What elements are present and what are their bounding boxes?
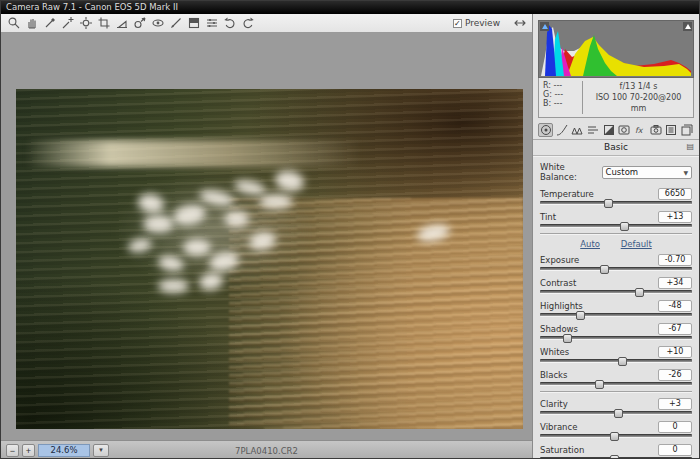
highlight-clipping-indicator[interactable] [683, 22, 692, 31]
tint-slider-thumb[interactable] [620, 222, 629, 231]
tint-label: Tint [540, 212, 556, 222]
blacks-slider-thumb[interactable] [595, 380, 604, 389]
highlights-slider-thumb[interactable] [576, 311, 585, 320]
straighten-tool-icon[interactable] [113, 16, 130, 31]
preview-toggle[interactable]: ✓ Preview [453, 18, 500, 28]
exposure-slider-thumb[interactable] [600, 265, 609, 274]
basic-controls: White Balance: Custom ▼ Temperature6650 … [533, 156, 699, 459]
tab-tone-curve[interactable] [554, 123, 569, 137]
svg-text:fx: fx [635, 126, 644, 135]
tab-lens-corrections[interactable] [616, 123, 631, 137]
hand-tool-icon[interactable] [23, 16, 40, 31]
zoom-out-button[interactable]: − [6, 444, 19, 457]
slider-temperature: Temperature6650 [540, 187, 692, 205]
tab-basic[interactable] [538, 123, 553, 137]
white-balance-value: Custom [606, 167, 639, 177]
blacks-slider[interactable] [540, 382, 692, 386]
tab-detail[interactable] [569, 123, 584, 137]
highlights-value[interactable]: -48 [658, 300, 692, 312]
temperature-slider[interactable] [540, 201, 692, 205]
zoom-in-button[interactable]: + [22, 444, 35, 457]
white-balance-label: White Balance: [540, 162, 602, 182]
shadows-slider-thumb[interactable] [563, 334, 572, 343]
tab-effects[interactable]: fx [632, 123, 647, 137]
slider-vibrance: Vibrance0 [540, 420, 692, 438]
temperature-label: Temperature [540, 189, 594, 199]
targeted-adjustment-tool-icon[interactable] [77, 16, 94, 31]
whites-value[interactable]: +10 [658, 346, 692, 358]
contrast-value[interactable]: +34 [658, 277, 692, 289]
camera-raw-window: Camera Raw 7.1 - Canon EOS 5D Mark II [0, 0, 700, 459]
shadow-clipping-triangle-icon [542, 24, 548, 29]
chevron-down-icon: ▼ [683, 169, 688, 176]
saturation-slider-thumb[interactable] [610, 455, 619, 459]
blacks-value[interactable]: -26 [658, 369, 692, 381]
contrast-label: Contrast [540, 278, 576, 288]
shadow-clipping-indicator[interactable] [540, 22, 549, 31]
tab-snapshots[interactable] [679, 123, 694, 137]
slider-clarity: Clarity+3 [540, 397, 692, 415]
highlights-slider[interactable] [540, 313, 692, 317]
shadows-value[interactable]: -67 [658, 323, 692, 335]
preview-label: Preview [465, 18, 500, 28]
exposure-slider[interactable] [540, 267, 692, 271]
spot-removal-tool-icon[interactable] [131, 16, 148, 31]
panel-title: Basic [604, 142, 628, 152]
red-eye-removal-tool-icon[interactable] [149, 16, 166, 31]
section-divider [540, 391, 692, 392]
tab-presets[interactable] [663, 123, 678, 137]
section-divider [540, 233, 692, 234]
clarity-slider-thumb[interactable] [614, 409, 623, 418]
tab-split-toning[interactable] [601, 123, 616, 137]
exif-divider [582, 81, 583, 114]
adjustment-brush-tool-icon[interactable] [167, 16, 184, 31]
auto-link[interactable]: Auto [580, 239, 600, 249]
tint-slider[interactable] [540, 224, 692, 228]
crop-tool-icon[interactable] [95, 16, 112, 31]
preferences-tool-icon[interactable] [203, 16, 220, 31]
photo-preview[interactable] [16, 89, 523, 429]
zoom-level-select[interactable]: 24.6% [38, 444, 90, 457]
white-balance-tool-icon[interactable] [41, 16, 58, 31]
tab-camera-calibration[interactable] [648, 123, 663, 137]
whites-slider-thumb[interactable] [618, 357, 627, 366]
blacks-label: Blacks [540, 370, 567, 380]
white-balance-select[interactable]: Custom ▼ [602, 166, 692, 179]
clarity-slider[interactable] [540, 411, 692, 415]
fullscreen-toggle-icon[interactable] [511, 16, 528, 31]
contrast-slider-thumb[interactable] [635, 288, 644, 297]
whites-slider[interactable] [540, 359, 692, 363]
tab-hsl-grayscale[interactable] [585, 123, 600, 137]
vibrance-slider[interactable] [540, 434, 692, 438]
slider-blacks: Blacks-26 [540, 368, 692, 386]
slider-tint: Tint+13 [540, 210, 692, 228]
temperature-slider-thumb[interactable] [604, 199, 613, 208]
graduated-filter-tool-icon[interactable] [185, 16, 202, 31]
temperature-value[interactable]: 6650 [658, 188, 692, 200]
preview-checkbox[interactable]: ✓ [453, 19, 462, 28]
shadows-slider[interactable] [540, 336, 692, 340]
image-canvas[interactable] [1, 33, 532, 440]
contrast-slider[interactable] [540, 290, 692, 294]
slider-whites: Whites+10 [540, 345, 692, 363]
rotate-right-tool-icon[interactable] [239, 16, 256, 31]
clarity-value[interactable]: +3 [658, 398, 692, 410]
tint-value[interactable]: +13 [658, 211, 692, 223]
zoom-tool-icon[interactable] [5, 16, 22, 31]
window-title: Camera Raw 7.1 - Canon EOS 5D Mark II [6, 2, 178, 12]
color-sampler-tool-icon[interactable] [59, 16, 76, 31]
shadows-label: Shadows [540, 324, 578, 334]
light-streak [26, 140, 361, 167]
histogram[interactable] [538, 20, 694, 78]
title-bar: Camera Raw 7.1 - Canon EOS 5D Mark II [1, 1, 699, 14]
default-link[interactable]: Default [621, 239, 652, 249]
zoom-level-dropdown-button[interactable]: ▼ [93, 444, 109, 457]
panel-menu-icon[interactable]: ▤ [686, 142, 694, 151]
highlights-label: Highlights [540, 301, 583, 311]
saturation-value[interactable]: 0 [658, 444, 692, 456]
vibrance-value[interactable]: 0 [658, 421, 692, 433]
vibrance-slider-thumb[interactable] [610, 432, 619, 441]
rotate-left-tool-icon[interactable] [221, 16, 238, 31]
exposure-value[interactable]: -0.70 [658, 254, 692, 266]
rgb-g-readout: G: --- [543, 90, 577, 99]
